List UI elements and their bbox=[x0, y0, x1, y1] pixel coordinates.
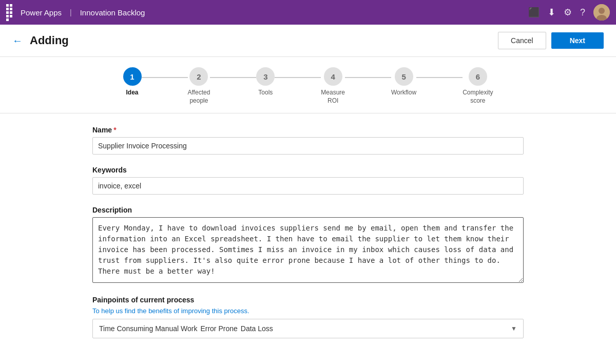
step-5-label: Workflow bbox=[391, 89, 416, 97]
next-button[interactable]: Next bbox=[551, 32, 604, 49]
step-3-circle: 3 bbox=[256, 67, 275, 86]
painpoints-dropdown[interactable]: Time Consuming Manual Work Error Prone D… bbox=[92, 319, 524, 338]
form-area: Name* Keywords Description Every Monday,… bbox=[0, 113, 616, 362]
painpoints-hint: To help us find the benefits of improvin… bbox=[92, 307, 524, 315]
tag-data-loss: Data Loss bbox=[241, 324, 273, 333]
page-header: ← Adding Cancel Next bbox=[0, 25, 616, 57]
keywords-input[interactable] bbox=[92, 177, 524, 195]
step-1-label: Idea bbox=[126, 89, 138, 97]
app-name: Power Apps bbox=[21, 8, 62, 17]
content-area: ← Adding Cancel Next 1 Idea 2 Affectedpe… bbox=[0, 25, 616, 364]
topbar-separator: | bbox=[70, 8, 72, 16]
step-6[interactable]: 6 Complexityscore bbox=[463, 67, 493, 105]
section-name: Innovation Backlog bbox=[80, 8, 145, 17]
painpoints-group: Painpoints of current process To help us… bbox=[92, 296, 524, 338]
painpoints-tags: Time Consuming Manual Work Error Prone D… bbox=[99, 324, 273, 333]
svg-point-1 bbox=[599, 8, 605, 14]
name-group: Name* bbox=[92, 126, 524, 155]
step-wizard: 1 Idea 2 Affectedpeople 3 Tools 4 Measur… bbox=[0, 57, 616, 113]
name-label: Name* bbox=[92, 126, 524, 134]
step-1-circle: 1 bbox=[123, 67, 142, 86]
page-title: Adding bbox=[30, 34, 498, 47]
step-4[interactable]: 4 MeasureROI bbox=[321, 67, 345, 105]
step-6-circle: 6 bbox=[469, 67, 487, 86]
step-2[interactable]: 2 Affectedpeople bbox=[188, 67, 210, 105]
connector-1-2 bbox=[142, 77, 188, 78]
gear-icon[interactable]: ⚙ bbox=[564, 7, 572, 18]
connector-2-3 bbox=[210, 77, 256, 78]
step-2-circle: 2 bbox=[189, 67, 208, 86]
step-6-label: Complexityscore bbox=[463, 89, 493, 105]
step-4-label: MeasureROI bbox=[321, 89, 345, 105]
tag-error-prone: Error Prone bbox=[200, 324, 237, 333]
name-required: * bbox=[113, 126, 116, 134]
step-1[interactable]: 1 Idea bbox=[123, 67, 142, 97]
avatar[interactable] bbox=[593, 4, 610, 21]
tag-time-consuming: Time Consuming Manual Work bbox=[99, 324, 197, 333]
topbar-right: ⬛ ⬇ ⚙ ? bbox=[528, 4, 610, 21]
name-input[interactable] bbox=[92, 137, 524, 155]
connector-3-4 bbox=[275, 77, 321, 78]
back-button[interactable]: ← bbox=[12, 35, 23, 47]
description-group: Description Every Monday, I have to down… bbox=[92, 206, 524, 284]
keywords-label: Keywords bbox=[92, 166, 524, 174]
step-5-circle: 5 bbox=[395, 67, 413, 86]
step-4-circle: 4 bbox=[324, 67, 342, 86]
cancel-button[interactable]: Cancel bbox=[498, 32, 546, 49]
description-label: Description bbox=[92, 206, 524, 214]
grid-icon[interactable] bbox=[6, 4, 15, 21]
keywords-group: Keywords bbox=[92, 166, 524, 195]
step-5[interactable]: 5 Workflow bbox=[391, 67, 416, 97]
connector-5-6 bbox=[416, 77, 463, 78]
step-2-label: Affectedpeople bbox=[188, 89, 210, 105]
monitor-icon[interactable]: ⬛ bbox=[528, 7, 540, 18]
download-icon[interactable]: ⬇ bbox=[548, 7, 555, 18]
chevron-down-icon: ▼ bbox=[511, 325, 517, 332]
topbar: Power Apps | Innovation Backlog ⬛ ⬇ ⚙ ? bbox=[0, 0, 616, 25]
painpoints-label: Painpoints of current process bbox=[92, 296, 524, 304]
help-icon[interactable]: ? bbox=[580, 7, 585, 18]
description-textarea[interactable]: Every Monday, I have to download invoice… bbox=[92, 217, 524, 283]
step-3-label: Tools bbox=[258, 89, 273, 97]
connector-4-5 bbox=[345, 77, 391, 78]
step-3[interactable]: 3 Tools bbox=[256, 67, 275, 97]
